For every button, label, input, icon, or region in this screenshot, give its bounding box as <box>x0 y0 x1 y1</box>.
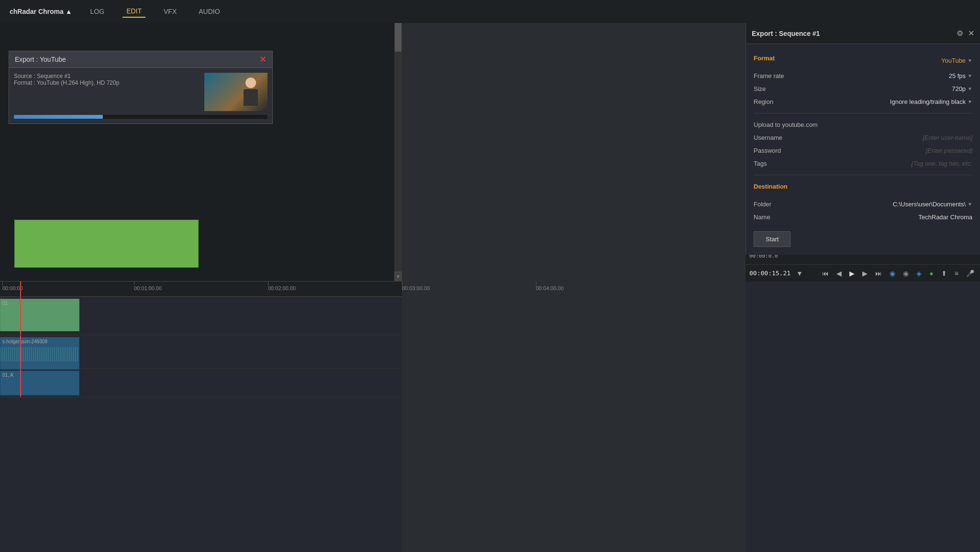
go-to-start-btn[interactable]: ⏮ <box>820 269 831 278</box>
name-row: Name TechRadar Chroma <box>754 211 972 224</box>
tags-input[interactable]: [Tag one, tag two, etc. <box>912 160 972 167</box>
audio-stereo-btn[interactable]: ◈ <box>914 269 924 278</box>
name-value[interactable]: TechRadar Chroma <box>918 214 972 221</box>
tick-2: 00:02:00.00 <box>268 282 296 291</box>
clip-label-audio1: s-holgersson-249309 <box>0 338 49 345</box>
region-row: Region Ignore leading/trailing black ▼ <box>754 95 972 108</box>
app-title: chRadar Chroma ▲ <box>10 8 72 15</box>
close-panel-icon[interactable]: ✕ <box>968 29 974 38</box>
scrollbar-bottom-arrow[interactable]: ▼ <box>394 271 402 281</box>
password-label: Password <box>754 147 781 154</box>
go-to-end-btn[interactable]: ⏭ <box>873 269 884 278</box>
clip-label-audio2: 01, A <box>0 372 15 379</box>
export-thumbnail <box>204 73 267 111</box>
waveform-1 <box>0 347 79 361</box>
playhead-line <box>20 282 21 296</box>
playhead-track2 <box>20 335 21 368</box>
size-value[interactable]: 720p ▼ <box>952 85 972 92</box>
size-dropdown[interactable]: ▼ <box>968 86 972 91</box>
export-dialog-close-btn[interactable]: ✕ <box>259 55 267 64</box>
separator-2 <box>754 175 972 175</box>
folder-dropdown[interactable]: ▼ <box>968 202 972 207</box>
scrollbar-thumb[interactable] <box>395 23 401 52</box>
preview-scrollbar[interactable]: ▼ <box>394 23 402 281</box>
tick-4: 00:04:00.00 <box>536 282 564 291</box>
password-row: Password [Enter password] <box>754 144 972 157</box>
start-button[interactable]: Start <box>754 231 791 247</box>
export-dialog-body: Source : Sequence #1 Format : YouTube (H… <box>9 68 272 124</box>
tags-row: Tags [Tag one, tag two, etc. <box>754 157 972 170</box>
frame-rate-row: Frame rate 25 fps ▼ <box>754 69 972 82</box>
tags-label: Tags <box>754 160 767 167</box>
region-dropdown[interactable]: ▼ <box>968 99 972 104</box>
username-row: Username [Enter user-name] <box>754 131 972 144</box>
timeline-area: 00:00:00 00:01:00.00 00:02:00.00 00:03:0… <box>0 282 402 552</box>
nav-edit[interactable]: EDIT <box>122 5 145 18</box>
frame-rate-value[interactable]: 25 fps ▼ <box>949 72 972 79</box>
folder-value[interactable]: C:\Users\user\Documents\ ▼ <box>893 201 972 208</box>
thumb-head <box>245 78 256 88</box>
destination-section-label: Destination <box>754 183 788 190</box>
audio-clip-1[interactable]: s-holgersson-249309 <box>0 337 79 370</box>
export-source-label: Source : Sequence #1 <box>14 73 200 79</box>
region-label: Region <box>754 98 773 105</box>
thumb-figure <box>239 78 263 111</box>
format-section-label: Format <box>754 55 775 62</box>
playhead-track3 <box>20 369 21 397</box>
audio-left-btn[interactable]: ◉ <box>888 269 897 278</box>
name-label: Name <box>754 214 770 221</box>
settings-icon[interactable]: ⚙ <box>957 29 963 38</box>
separator-1 <box>754 113 972 113</box>
export-sequence-panel: Export : Sequence #1 ⚙ ✕ Format YouTube … <box>746 23 980 255</box>
audio-clip-2[interactable]: 01, A <box>0 371 79 395</box>
export-dialog-title: Export : YouTube <box>15 56 66 63</box>
play-btn[interactable]: ▶ <box>847 269 857 278</box>
mic-btn[interactable]: 🎤 <box>964 269 976 278</box>
folder-row: Folder C:\Users\user\Documents\ ▼ <box>754 198 972 211</box>
video-clip[interactable]: 01 <box>0 299 79 331</box>
progress-bar-container <box>14 115 267 119</box>
folder-label: Folder <box>754 201 771 208</box>
time-display: 00:00:15.21 <box>749 270 791 277</box>
nav-audio[interactable]: AUDIO <box>195 6 223 17</box>
nav-vfx[interactable]: VFX <box>160 6 180 17</box>
export-seq-title: Export : Sequence #1 <box>752 30 820 37</box>
format-value[interactable]: YouTube ▼ <box>941 57 972 64</box>
step-forward-btn[interactable]: ▶ <box>860 269 869 278</box>
thumb-body <box>244 89 258 106</box>
upload-label: Upload to youtube.com <box>754 121 818 128</box>
timeline-track-audio2: 01, A <box>0 369 402 397</box>
nav-log[interactable]: LOG <box>87 6 109 17</box>
top-navigation: chRadar Chroma ▲ LOG EDIT VFX AUDIO <box>0 0 980 23</box>
transport-controls: 00:00:15.21 ▼ ⏮ ◀ ▶ ▶ ⏭ ◉ ◉ ◈ ● ⬆ ≡ 🎤 <box>746 264 980 282</box>
step-back-btn[interactable]: ◀ <box>835 269 844 278</box>
export-dialog-header: Export : YouTube ✕ <box>9 51 272 68</box>
region-value[interactable]: Ignore leading/trailing black ▼ <box>890 98 972 105</box>
export-source-info: Source : Sequence #1 Format : YouTube (H… <box>14 73 267 111</box>
dropdown-btn[interactable]: ▼ <box>794 269 805 278</box>
audio-right-btn[interactable]: ◉ <box>901 269 911 278</box>
progress-bar-fill <box>14 115 103 119</box>
frame-rate-label: Frame rate <box>754 72 784 79</box>
green-clip-block[interactable] <box>14 220 199 268</box>
username-label: Username <box>754 134 782 141</box>
timeline-track-audio1: s-holgersson-249309 <box>0 335 402 369</box>
frame-rate-dropdown[interactable]: ▼ <box>968 73 972 79</box>
size-label: Size <box>754 85 766 92</box>
tick-3: 00:03:00.00 <box>402 282 430 291</box>
format-row: Format YouTube ▼ <box>754 52 972 69</box>
password-input[interactable]: [Enter password] <box>925 147 972 154</box>
audio-green-btn[interactable]: ● <box>927 269 935 278</box>
upload-row: Upload to youtube.com <box>754 118 972 131</box>
header-icons: ⚙ ✕ <box>957 29 974 38</box>
size-row: Size 720p ▼ <box>754 82 972 95</box>
export-btn[interactable]: ⬆ <box>939 269 949 278</box>
playhead-track1 <box>20 297 21 335</box>
export-seq-header: Export : Sequence #1 ⚙ ✕ <box>746 23 980 44</box>
fx-btn[interactable]: ≡ <box>953 269 960 278</box>
export-youtube-dialog: Export : YouTube ✕ Source : Sequence #1 … <box>9 51 273 124</box>
export-seq-body: Format YouTube ▼ Frame rate 25 fps ▼ Siz… <box>746 44 980 255</box>
username-input[interactable]: [Enter user-name] <box>923 134 972 141</box>
format-dropdown-arrow[interactable]: ▼ <box>968 58 972 63</box>
clip-label-01: 01 <box>0 300 10 307</box>
